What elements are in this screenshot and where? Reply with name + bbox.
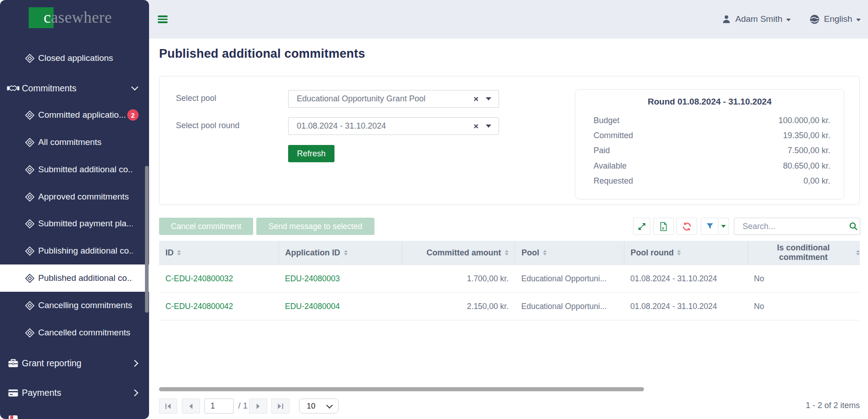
- table-row[interactable]: C-EDU-240800042 EDU-24080004 2.150,00 kr…: [159, 293, 860, 320]
- first-page-button[interactable]: [159, 399, 177, 414]
- page-title: Published additional commitments: [159, 47, 365, 61]
- search-box: [734, 218, 860, 235]
- case-icon: [24, 137, 35, 148]
- sidebar-item-published-additional-commitments[interactable]: Published additional co...: [0, 264, 149, 292]
- filter-icon[interactable]: [701, 223, 718, 230]
- user-menu[interactable]: Adam Smith: [722, 10, 791, 28]
- chevron-down-icon: [786, 19, 791, 21]
- sort-icon: [677, 250, 681, 256]
- table-header-row: ID Application ID Committed amount Pool …: [159, 241, 860, 265]
- commitment-link[interactable]: C-EDU-240800042: [165, 302, 233, 311]
- column-header-id[interactable]: ID: [159, 241, 279, 265]
- chevron-down-icon: [326, 402, 333, 408]
- previous-page-button[interactable]: [182, 399, 200, 414]
- sidebar-item-commitments[interactable]: Commitments: [0, 74, 149, 102]
- notification-badge: 2: [127, 110, 139, 121]
- sidebar-item-cancelled-commitments[interactable]: Cancelled commitments: [0, 319, 149, 346]
- sort-icon: [344, 250, 348, 256]
- cell-is-conditional: No: [748, 293, 860, 320]
- application-link[interactable]: EDU-24080004: [285, 302, 340, 311]
- sidebar-item-grant-reporting[interactable]: Grant reporting: [0, 349, 149, 377]
- column-header-pool[interactable]: Pool: [515, 241, 624, 265]
- select-pool-label: Select pool: [176, 94, 216, 103]
- logo[interactable]: casewhere: [29, 7, 112, 28]
- chevron-down-icon: [856, 19, 861, 21]
- pool-select[interactable]: Educational Opportunity Grant Pool ×: [288, 90, 499, 108]
- last-page-button[interactable]: [271, 399, 289, 414]
- pool-round-select[interactable]: 01.08.2024 - 31.10.2024 ×: [288, 117, 499, 135]
- app-root: Adam Smith English casewhere Closed appl…: [0, 0, 868, 419]
- refresh-icon: [682, 222, 692, 231]
- filter-panel: Select pool Educational Opportunity Gran…: [159, 76, 860, 205]
- cancel-commitment-button[interactable]: Cancel commitment: [159, 218, 253, 235]
- chevron-down-icon[interactable]: [486, 125, 491, 128]
- search-icon[interactable]: [849, 222, 858, 231]
- summary-value: 80.650,00 kr.: [783, 161, 830, 171]
- svg-text:x: x: [662, 225, 664, 230]
- page-size-select[interactable]: 10: [299, 399, 339, 414]
- summary-label: Committed: [594, 131, 633, 140]
- column-header-committed-amount[interactable]: Committed amount: [402, 241, 515, 265]
- excel-file-icon: x: [659, 222, 668, 231]
- reload-grid-button[interactable]: [676, 218, 697, 235]
- cell-id: C-EDU-240800032: [159, 265, 279, 293]
- sidebar: casewhere Closed applications Commitment…: [0, 0, 149, 419]
- commitment-link[interactable]: C-EDU-240800032: [165, 274, 233, 283]
- column-header-application-id[interactable]: Application ID: [279, 241, 402, 265]
- summary-value: 100.000,00 kr.: [778, 116, 830, 125]
- language-menu[interactable]: English: [809, 10, 861, 28]
- column-header-is-conditional[interactable]: Is conditional commitment: [748, 241, 860, 265]
- cell-pool: Educational Opportuni...: [515, 293, 624, 320]
- clear-icon[interactable]: ×: [474, 121, 479, 131]
- hamburger-menu-icon[interactable]: [158, 15, 168, 23]
- search-input[interactable]: [742, 221, 849, 232]
- sidebar-item-closed-applications[interactable]: Closed applications: [0, 45, 149, 72]
- summary-value: 19.350,00 kr.: [783, 131, 830, 140]
- sidebar-item-payments[interactable]: Payments: [0, 379, 149, 407]
- case-icon: [24, 53, 35, 64]
- cell-id: C-EDU-240800042: [159, 293, 279, 320]
- sidebar-item-approved-commitments[interactable]: Approved commitments: [0, 183, 149, 210]
- cell-pool-round: 01.08.2024 - 31.10.2024: [624, 265, 748, 293]
- globe-icon: [809, 14, 820, 25]
- export-excel-button[interactable]: x: [653, 218, 674, 235]
- filter-options-caret[interactable]: [718, 225, 728, 228]
- cell-committed-amount: 1.700,00 kr.: [402, 265, 515, 293]
- sidebar-item-submitted-payment-plans[interactable]: Submitted payment pla...: [0, 210, 149, 237]
- clear-icon[interactable]: ×: [474, 94, 479, 104]
- case-icon: [24, 192, 35, 202]
- column-header-pool-round[interactable]: Pool round: [624, 241, 748, 265]
- summary-row-committed: Committed 19.350,00 kr.: [594, 128, 830, 143]
- summary-value: 7.500,00 kr.: [788, 146, 830, 155]
- page-number-input[interactable]: [205, 399, 234, 414]
- refresh-button[interactable]: Refresh: [288, 145, 334, 162]
- select-pool-round-label: Select pool round: [176, 121, 239, 130]
- summary-row-paid: Paid 7.500,00 kr.: [594, 143, 830, 158]
- sidebar-item-publishing-additional-commitments[interactable]: Publishing additional co...: [0, 237, 149, 264]
- expand-grid-button[interactable]: [633, 218, 650, 235]
- user-icon: [722, 14, 731, 24]
- sidebar-item-partial[interactable]: [0, 411, 149, 419]
- table-row[interactable]: C-EDU-240800032 EDU-24080003 1.700,00 kr…: [159, 265, 860, 293]
- sidebar-item-submitted-additional-commitments[interactable]: Submitted additional co...: [0, 156, 149, 183]
- next-page-button[interactable]: [249, 399, 267, 414]
- horizontal-scrollbar[interactable]: [159, 387, 644, 391]
- next-page-icon: [254, 403, 262, 409]
- sidebar-scrollbar[interactable]: [145, 166, 149, 313]
- document-icon: [7, 415, 20, 419]
- cell-pool: Educational Opportuni...: [515, 265, 624, 293]
- case-icon: [24, 165, 35, 175]
- chevron-down-icon[interactable]: [486, 97, 491, 100]
- filter-button-group[interactable]: [701, 218, 729, 235]
- pool-round-select-value: 01.08.2024 - 31.10.2024: [297, 121, 474, 131]
- briefcase-icon: [7, 358, 20, 368]
- cell-is-conditional: No: [748, 265, 860, 293]
- sidebar-item-all-commitments[interactable]: All commitments: [0, 129, 149, 156]
- credit-card-icon: [7, 389, 20, 397]
- sidebar-item-cancelling-commitments[interactable]: Cancelling commitments: [0, 292, 149, 319]
- send-message-button[interactable]: Send message to selected: [256, 218, 374, 235]
- application-link[interactable]: EDU-24080003: [285, 274, 340, 283]
- case-icon: [24, 328, 35, 338]
- sidebar-item-committed-applications[interactable]: Committed applicatio... 2: [0, 101, 149, 129]
- summary-row-budget: Budget 100.000,00 kr.: [594, 113, 830, 128]
